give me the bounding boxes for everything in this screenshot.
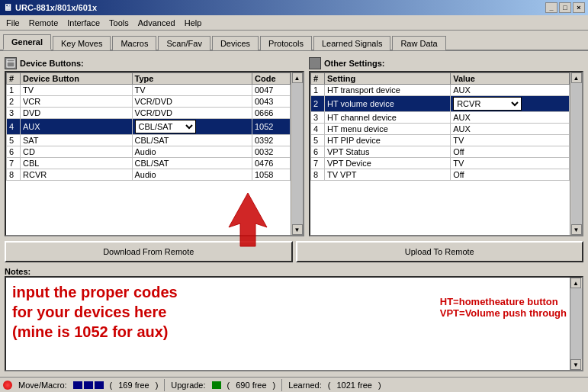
left-row-num: 2 [7, 96, 21, 108]
left-row-code: 0392 [252, 135, 291, 146]
menu-interface[interactable]: Interface [63, 17, 104, 29]
left-row-code: 0043 [252, 96, 291, 108]
menu-tools[interactable]: Tools [104, 17, 133, 29]
title-bar: 🖥 URC-881x/801x/601x _ □ × [0, 0, 588, 15]
left-row-code: 0047 [252, 85, 291, 96]
left-row-button: AUX [21, 119, 133, 135]
tab-general[interactable]: General [3, 34, 51, 50]
right-table-row[interactable]: 2HT volume deviceAUXTVVCRRCVRDVDSATCDCBL [311, 96, 570, 112]
right-table-row[interactable]: 7VPT DeviceTV [311, 158, 570, 169]
right-table-row[interactable]: 5HT PIP deviceTV [311, 135, 570, 146]
left-row-num: 1 [7, 85, 21, 96]
col-num-r: # [311, 73, 325, 85]
left-table-row[interactable]: 2VCRVCR/DVD0043 [7, 96, 291, 108]
left-row-num: 4 [7, 119, 21, 135]
right-scroll-up-btn[interactable]: ▲ [571, 72, 582, 83]
notes-scroll-track [570, 288, 582, 359]
left-row-num: 6 [7, 146, 21, 158]
right-scrollbar[interactable]: ▲ ▼ [570, 72, 582, 235]
svg-rect-0 [7, 59, 14, 67]
left-table-row[interactable]: 4AUXTVVCR/DVDCBL/SATAudioDVD1052 [7, 119, 291, 135]
left-row-type: Audio [132, 169, 252, 181]
right-table-row[interactable]: 6VPT StatusOff [311, 146, 570, 158]
left-row-code: 0032 [252, 146, 291, 158]
menu-remote[interactable]: Remote [24, 17, 63, 29]
left-row-code: 0666 [252, 108, 291, 119]
left-row-type: CBL/SAT [132, 135, 252, 146]
download-from-remote-button[interactable]: Download From Remote [5, 241, 293, 262]
left-panel-title: Device Buttons: [20, 59, 84, 68]
right-row-setting: HT transport device [325, 85, 451, 96]
tab-macros[interactable]: Macros [112, 36, 156, 50]
left-row-button: RCVR [21, 169, 133, 181]
right-table-row[interactable]: 4HT menu deviceAUX [311, 124, 570, 135]
right-row-value: Off [451, 146, 570, 158]
maximize-button[interactable]: □ [559, 2, 571, 13]
left-row-button: CD [21, 146, 133, 158]
notes-scroll-down[interactable]: ▼ [570, 359, 581, 370]
scroll-track [292, 83, 303, 224]
right-row-num: 8 [311, 169, 325, 181]
right-row-num: 5 [311, 135, 325, 146]
status-bar: Move/Macro: (169 free) Upgrade: (690 fre… [0, 377, 588, 392]
left-table-row[interactable]: 5SATCBL/SAT0392 [7, 135, 291, 146]
block3 [95, 381, 104, 389]
tab-devices[interactable]: Devices [212, 36, 259, 50]
right-row-num: 1 [311, 85, 325, 96]
right-row-num: 7 [311, 158, 325, 169]
left-table-row[interactable]: 8RCVRAudio1058 [7, 169, 291, 181]
menu-file[interactable]: File [2, 17, 24, 29]
left-scrollbar[interactable]: ▲ ▼ [291, 72, 303, 235]
tab-key-moves[interactable]: Key Moves [53, 36, 111, 50]
right-panel-title: Other Settings: [324, 59, 384, 68]
right-row-value: AUX [451, 124, 570, 135]
scroll-up-btn[interactable]: ▲ [292, 72, 303, 83]
tab-learned-signals[interactable]: Learned Signals [313, 36, 391, 50]
left-row-type: Audio [132, 146, 252, 158]
right-row-value: Off [451, 169, 570, 181]
tab-raw-data[interactable]: Raw Data [392, 36, 445, 50]
col-type: Type [132, 73, 252, 85]
minimize-button[interactable]: _ [545, 2, 557, 13]
right-table-row[interactable]: 1HT transport deviceAUX [311, 85, 570, 96]
left-row-type[interactable]: TVVCR/DVDCBL/SATAudioDVD [132, 119, 252, 135]
upload-to-remote-button[interactable]: Upload To Remote [296, 241, 584, 262]
left-table-row[interactable]: 7CBLCBL/SAT0476 [7, 158, 291, 169]
col-num: # [7, 73, 21, 85]
other-settings-icon [309, 57, 321, 69]
scroll-down-btn[interactable]: ▼ [292, 224, 303, 235]
left-table-row[interactable]: 3DVDVCR/DVD0666 [7, 108, 291, 119]
right-table-row[interactable]: 3HT channel deviceAUX [311, 112, 570, 124]
col-value: Value [451, 73, 570, 85]
right-row-num: 6 [311, 146, 325, 158]
col-code: Code [252, 73, 291, 85]
right-table-row[interactable]: 8TV VPTOff [311, 169, 570, 181]
window-title: URC-881x/801x/601x [15, 3, 97, 12]
notes-scroll-up[interactable]: ▲ [570, 278, 581, 288]
tab-scan-fav[interactable]: Scan/Fav [158, 36, 210, 50]
block1 [73, 381, 82, 389]
right-row-setting: VPT Device [325, 158, 451, 169]
left-table-row[interactable]: 6CDAudio0032 [7, 146, 291, 158]
menu-bar: File Remote Interface Tools Advanced Hel… [0, 15, 588, 31]
left-row-button: DVD [21, 108, 133, 119]
left-row-type: TV [132, 85, 252, 96]
right-row-value: TV [451, 158, 570, 169]
learned-label: Learned: [288, 381, 321, 390]
right-scroll-down-btn[interactable]: ▼ [571, 224, 582, 235]
close-button[interactable]: × [573, 2, 585, 13]
left-table-row[interactable]: 1TVTV0047 [7, 85, 291, 96]
menu-help[interactable]: Help [180, 17, 207, 29]
left-row-button: VCR [21, 96, 133, 108]
left-row-code: 0476 [252, 158, 291, 169]
notes-scrollbar[interactable]: ▲ ▼ [570, 278, 582, 370]
right-row-num: 3 [311, 112, 325, 124]
left-row-type: VCR/DVD [132, 96, 252, 108]
menu-advanced[interactable]: Advanced [133, 17, 180, 29]
right-row-value[interactable]: AUXTVVCRRCVRDVDSATCDCBL [451, 96, 570, 112]
right-row-value: AUX [451, 85, 570, 96]
move-macro-free-val: 169 free [118, 381, 149, 390]
left-row-num: 8 [7, 169, 21, 181]
tab-protocols[interactable]: Protocols [260, 36, 312, 50]
divider1 [164, 379, 165, 391]
